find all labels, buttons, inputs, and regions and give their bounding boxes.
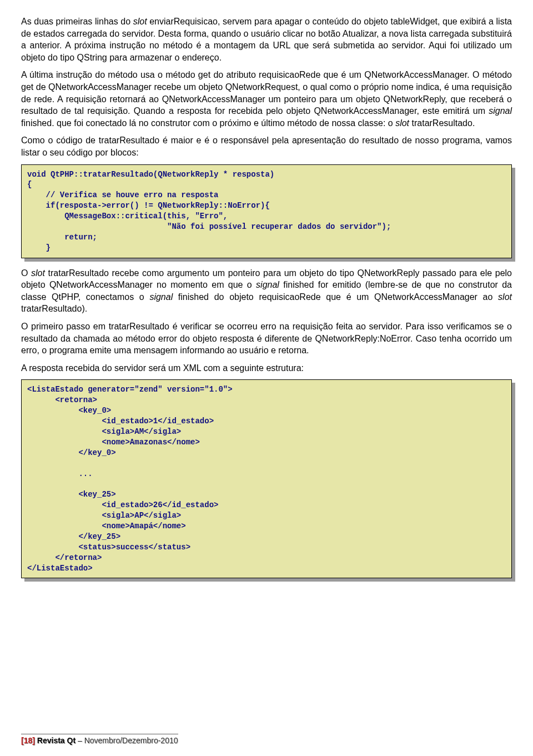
page-number: 18 xyxy=(24,736,33,745)
page-content: As duas primeiras linhas do slot enviarR… xyxy=(0,0,533,756)
p2-text-b: finished. que foi conectado lá no constr… xyxy=(21,118,395,128)
p4-text-d: finished do objeto requisicaoRede que é … xyxy=(173,292,498,302)
paragraph-2: A última instrução do método usa o métod… xyxy=(21,69,512,129)
page-footer: [18] Revista Qt – Novembro/Dezembro-2010 xyxy=(21,734,178,746)
p1-slot-word: slot xyxy=(133,17,147,26)
magazine-name: Revista Qt xyxy=(35,736,76,745)
p2-signal-word: signal xyxy=(489,106,512,116)
p4-signal2-word: signal xyxy=(149,292,173,302)
p4-text-a: O xyxy=(21,268,31,278)
p2-text-a: A última instrução do método usa o métod… xyxy=(21,70,512,116)
p2-slot-word: slot xyxy=(395,118,409,128)
p4-slot2-word: slot xyxy=(498,292,512,302)
footer-date: Novembro/Dezembro-2010 xyxy=(84,736,178,745)
code-block-2-wrap: <ListaEstado generator="zend" version="1… xyxy=(21,379,512,578)
p4-text-e: tratarResultado). xyxy=(21,304,87,313)
paragraph-3: Como o código de tratarResultado é maior… xyxy=(21,134,512,158)
footer-sep: – xyxy=(76,736,84,745)
paragraph-5: O primeiro passo em tratarResultado é ve… xyxy=(21,321,512,357)
p4-slot-word: slot xyxy=(31,268,45,278)
footer-divider xyxy=(21,734,178,734)
code-block-2: <ListaEstado generator="zend" version="1… xyxy=(21,379,512,578)
p1-text-a: As duas primeiras linhas do xyxy=(21,17,133,26)
p4-signal1-word: signal xyxy=(256,280,279,289)
paragraph-1: As duas primeiras linhas do slot enviarR… xyxy=(21,16,512,63)
code-block-1-wrap: void QtPHP::tratarResultado(QNetworkRepl… xyxy=(21,164,512,258)
p2-text-c: tratarResultado. xyxy=(409,118,475,128)
code-block-1: void QtPHP::tratarResultado(QNetworkRepl… xyxy=(21,164,512,258)
paragraph-6: A resposta recebida do servidor será um … xyxy=(21,362,512,374)
paragraph-4: O slot tratarResultado recebe como argum… xyxy=(21,267,512,315)
